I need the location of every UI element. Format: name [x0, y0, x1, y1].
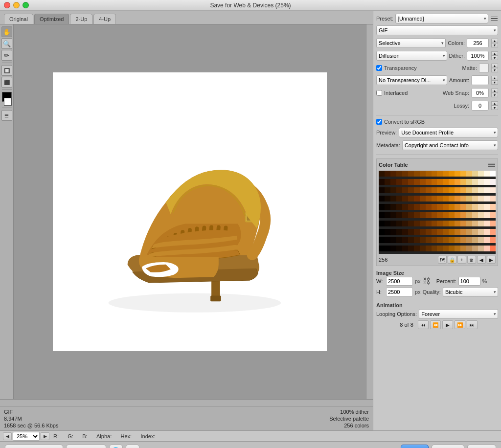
color-table-menu-icon[interactable]: [488, 161, 496, 169]
color-cell-137[interactable]: [478, 221, 484, 226]
color-cell-108[interactable]: [426, 212, 432, 218]
algorithm-select[interactable]: Selective: [376, 38, 446, 48]
color-cell-171[interactable]: [443, 237, 449, 243]
color-cell-48[interactable]: [426, 187, 432, 193]
color-cell-1[interactable]: [385, 171, 390, 177]
zoom-tool[interactable]: 🔍: [1, 38, 12, 49]
color-cell-96[interactable]: [472, 204, 478, 210]
color-cell-144[interactable]: [402, 229, 408, 235]
slice-select-tool[interactable]: ⬛: [1, 77, 12, 88]
color-cell-198[interactable]: [484, 246, 490, 251]
color-cell-14[interactable]: [460, 171, 466, 177]
color-cell-41[interactable]: [385, 187, 390, 193]
color-cell-45[interactable]: [408, 187, 414, 193]
slice-tool[interactable]: 🔲: [1, 65, 12, 76]
color-cell-133[interactable]: [455, 221, 460, 226]
color-cell-17[interactable]: [478, 171, 484, 177]
no-transparency-select[interactable]: No Transparency Di...: [376, 75, 447, 85]
color-cell-80[interactable]: [379, 204, 385, 210]
color-cell-167[interactable]: [420, 237, 426, 243]
color-cell-155[interactable]: [466, 229, 472, 235]
color-cell-62[interactable]: [390, 196, 396, 202]
color-cell-16[interactable]: [472, 171, 478, 177]
color-cell-128[interactable]: [426, 221, 432, 226]
color-cell-29[interactable]: [432, 179, 437, 185]
color-cell-187[interactable]: [420, 246, 426, 251]
color-cell-75[interactable]: [466, 196, 472, 202]
color-cell-122[interactable]: [390, 221, 396, 226]
color-cell-81[interactable]: [385, 204, 390, 210]
color-cell-116[interactable]: [472, 212, 478, 218]
color-cell-150[interactable]: [437, 229, 443, 235]
link-icon[interactable]: ⛓: [423, 277, 431, 286]
color-cell-54[interactable]: [460, 187, 466, 193]
lossy-down[interactable]: ▼: [491, 106, 498, 110]
color-cell-169[interactable]: [432, 237, 437, 243]
color-cell-42[interactable]: [390, 187, 396, 193]
color-cell-97[interactable]: [478, 204, 484, 210]
ct-delete-btn[interactable]: 🗑: [467, 256, 476, 264]
lossy-up[interactable]: ▲: [491, 101, 498, 106]
color-cell-82[interactable]: [390, 204, 396, 210]
color-cell-105[interactable]: [408, 212, 414, 218]
color-cell-157[interactable]: [478, 229, 484, 235]
color-cell-192[interactable]: [449, 246, 455, 251]
preview-button[interactable]: Preview...: [66, 445, 106, 448]
nav-right-btn[interactable]: ▶: [41, 432, 49, 440]
color-cell-156[interactable]: [472, 229, 478, 235]
color-cell-100[interactable]: [379, 212, 385, 218]
color-cell-35[interactable]: [466, 179, 472, 185]
color-cell-190[interactable]: [437, 246, 443, 251]
websnap-down[interactable]: ▼: [491, 93, 498, 97]
color-cell-18[interactable]: [484, 171, 490, 177]
color-cell-31[interactable]: [443, 179, 449, 185]
color-cell-19[interactable]: [490, 171, 496, 177]
color-cell-186[interactable]: [414, 246, 420, 251]
color-cell-160[interactable]: [379, 237, 385, 243]
color-cell-113[interactable]: [455, 212, 460, 218]
color-cell-67[interactable]: [420, 196, 426, 202]
color-cell-49[interactable]: [432, 187, 437, 193]
color-cell-163[interactable]: [396, 237, 402, 243]
color-cell-152[interactable]: [449, 229, 455, 235]
color-cell-79[interactable]: [490, 196, 496, 202]
color-cell-194[interactable]: [460, 246, 466, 251]
color-cell-183[interactable]: [396, 246, 402, 251]
dither-select[interactable]: Diffusion: [376, 51, 447, 61]
device-central-button[interactable]: Device Central...: [5, 445, 63, 448]
color-cell-199[interactable]: [490, 246, 496, 251]
color-cell-145[interactable]: [408, 229, 414, 235]
color-cell-185[interactable]: [408, 246, 414, 251]
color-cell-195[interactable]: [466, 246, 472, 251]
format-select[interactable]: GIF: [376, 25, 498, 35]
color-cell-0[interactable]: [379, 171, 385, 177]
percent-input[interactable]: [458, 277, 480, 286]
color-cell-39[interactable]: [490, 179, 496, 185]
color-cell-197[interactable]: [478, 246, 484, 251]
color-cell-12[interactable]: [449, 171, 455, 177]
color-cell-36[interactable]: [472, 179, 478, 185]
amount-up[interactable]: ▲: [491, 76, 498, 80]
color-cell-142[interactable]: [390, 229, 396, 235]
save-button[interactable]: Save: [401, 445, 429, 448]
color-cell-77[interactable]: [478, 196, 484, 202]
color-cell-102[interactable]: [390, 212, 396, 218]
ct-lock-btn[interactable]: 🔒: [448, 256, 456, 264]
ct-add-btn[interactable]: +: [457, 256, 466, 264]
color-cell-89[interactable]: [432, 204, 437, 210]
color-cell-153[interactable]: [455, 229, 460, 235]
color-cell-159[interactable]: [490, 229, 496, 235]
ct-map-btn[interactable]: 🗺: [438, 256, 447, 264]
color-cell-126[interactable]: [414, 221, 420, 226]
color-cell-149[interactable]: [432, 229, 437, 235]
color-cell-26[interactable]: [414, 179, 420, 185]
quality-select[interactable]: Bicubic: [443, 287, 498, 297]
color-cell-58[interactable]: [484, 187, 490, 193]
zoom-select[interactable]: 25%: [13, 432, 40, 441]
convert-srgb-checkbox[interactable]: [376, 119, 382, 125]
color-cell-25[interactable]: [408, 179, 414, 185]
color-cell-63[interactable]: [396, 196, 402, 202]
matte-color[interactable]: [479, 64, 489, 72]
color-cell-109[interactable]: [432, 212, 437, 218]
colors-down[interactable]: ▼: [491, 43, 498, 47]
